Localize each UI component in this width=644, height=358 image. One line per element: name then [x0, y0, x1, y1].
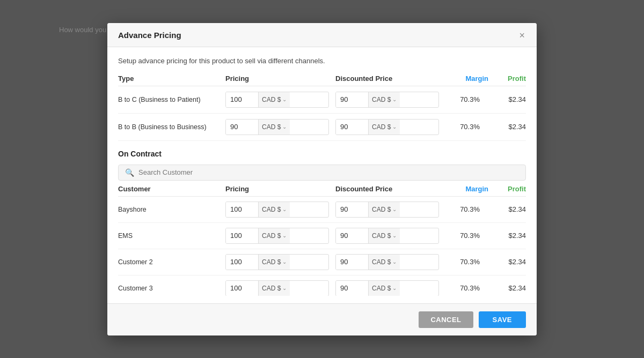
customer-currency-label: CAD $ [262, 258, 281, 266]
pricing-input[interactable] [226, 120, 258, 135]
col-pricing-c: Pricing [225, 185, 335, 193]
customer-discounted-currency-label: CAD $ [372, 206, 391, 213]
customer-pricing-input[interactable] [226, 255, 258, 270]
margin-value: 70.3% [445, 123, 488, 131]
modal-backdrop: Advance Pricing × Setup advance pricing … [107, 23, 537, 335]
customer-currency-label: CAD $ [262, 285, 281, 292]
currency-dropdown[interactable]: CAD $ ⌄ [258, 120, 290, 135]
col-discounted-c: Discounted Price [335, 185, 445, 193]
chevron-down-icon: ⌄ [282, 285, 287, 291]
col-type: Type [118, 74, 225, 83]
discounted-input[interactable] [336, 92, 368, 107]
chevron-down-icon: ⌄ [282, 259, 287, 265]
customer-pricing-input[interactable] [226, 202, 258, 217]
margin-value: 70.3% [445, 95, 488, 103]
modal-body: Setup advance pricing for this product t… [107, 47, 537, 296]
col-profit-c: Profit [488, 185, 526, 193]
save-button[interactable]: SAVE [479, 311, 526, 328]
customer-discounted-input-group: CAD $ ⌄ [335, 202, 439, 218]
chevron-down-icon: ⌄ [282, 96, 287, 102]
contract-table-header: Customer Pricing Discounted Price Margin… [118, 181, 526, 197]
customer-discounted-input-group: CAD $ ⌄ [335, 254, 439, 270]
customer-profit-value: $2.34 [488, 232, 526, 240]
close-button[interactable]: × [518, 31, 526, 40]
customer-pricing-input-group: CAD $ ⌄ [225, 228, 329, 244]
customer-currency-dropdown[interactable]: CAD $ ⌄ [258, 281, 290, 296]
customer-currency-dropdown[interactable]: CAD $ ⌄ [258, 255, 290, 270]
customer-discounted-input[interactable] [336, 281, 368, 296]
col-margin-c: Margin [445, 185, 488, 193]
customer-name: Customer 3 [118, 285, 225, 292]
customer-pricing-input-group: CAD $ ⌄ [225, 280, 329, 296]
contract-scroll-container: Bayshore CAD $ ⌄ CAD $ ⌄ 70.3% $2.34 EMS [118, 197, 526, 296]
search-input[interactable] [138, 168, 519, 176]
on-contract-title: On Contract [118, 150, 526, 158]
customer-discounted-currency-dropdown[interactable]: CAD $ ⌄ [368, 228, 400, 243]
chevron-down-icon: ⌄ [392, 206, 397, 212]
pricing-row: B to B (Business to Business) CAD $ ⌄ CA… [118, 114, 526, 141]
customer-currency-dropdown[interactable]: CAD $ ⌄ [258, 228, 290, 243]
customer-name: Bayshore [118, 206, 225, 213]
pricing-row: B to C (Business to Patient) CAD $ ⌄ CAD… [118, 86, 526, 114]
modal-footer: CANCEL SAVE [107, 303, 537, 335]
cancel-button[interactable]: CANCEL [419, 311, 473, 328]
contract-row: EMS CAD $ ⌄ CAD $ ⌄ 70.3% $2.34 [118, 223, 526, 249]
customer-currency-dropdown[interactable]: CAD $ ⌄ [258, 202, 290, 217]
modal: Advance Pricing × Setup advance pricing … [107, 23, 537, 335]
contract-row: Bayshore CAD $ ⌄ CAD $ ⌄ 70.3% $2.34 [118, 197, 526, 223]
customer-discounted-input-group: CAD $ ⌄ [335, 280, 439, 296]
profit-value: $2.34 [488, 95, 526, 103]
customer-margin-value: 70.3% [445, 284, 488, 292]
col-margin: Margin [445, 74, 488, 83]
col-profit: Profit [488, 74, 526, 83]
col-customer: Customer [118, 185, 225, 193]
discounted-input[interactable] [336, 120, 368, 135]
customer-name: EMS [118, 232, 225, 240]
pricing-input[interactable] [226, 92, 258, 107]
modal-description: Setup advance pricing for this product t… [118, 57, 526, 65]
customer-pricing-input[interactable] [226, 281, 258, 296]
pricing-row-label: B to B (Business to Business) [118, 123, 225, 131]
customer-profit-value: $2.34 [488, 284, 526, 292]
pricing-row-label: B to C (Business to Patient) [118, 96, 225, 103]
contract-rows: Bayshore CAD $ ⌄ CAD $ ⌄ 70.3% $2.34 EMS [118, 197, 526, 296]
customer-pricing-input-group: CAD $ ⌄ [225, 254, 329, 270]
discounted-currency-dropdown[interactable]: CAD $ ⌄ [368, 120, 400, 135]
modal-title: Advance Pricing [118, 31, 181, 40]
profit-value: $2.34 [488, 123, 526, 131]
customer-pricing-input[interactable] [226, 228, 258, 243]
customer-margin-value: 70.3% [445, 258, 488, 266]
pricing-rows: B to C (Business to Patient) CAD $ ⌄ CAD… [118, 86, 526, 141]
pricing-table-header: Type Pricing Discounted Price Margin Pro… [118, 74, 526, 86]
customer-discounted-currency-dropdown[interactable]: CAD $ ⌄ [368, 255, 400, 270]
customer-profit-value: $2.34 [488, 205, 526, 213]
col-discounted: Discounted Price [335, 74, 445, 83]
customer-discounted-input-group: CAD $ ⌄ [335, 228, 439, 244]
customer-discounted-currency-dropdown[interactable]: CAD $ ⌄ [368, 202, 400, 217]
chevron-down-icon: ⌄ [392, 285, 397, 291]
search-bar: 🔍 [118, 165, 526, 181]
customer-pricing-input-group: CAD $ ⌄ [225, 202, 329, 218]
customer-currency-label: CAD $ [262, 232, 281, 240]
customer-discounted-input[interactable] [336, 228, 368, 243]
pricing-input-group: CAD $ ⌄ [225, 119, 329, 135]
chevron-down-icon: ⌄ [392, 124, 397, 130]
customer-discounted-input[interactable] [336, 202, 368, 217]
customer-discounted-currency-dropdown[interactable]: CAD $ ⌄ [368, 281, 400, 296]
currency-dropdown[interactable]: CAD $ ⌄ [258, 92, 290, 107]
currency-label: CAD $ [262, 96, 281, 103]
discounted-currency-dropdown[interactable]: CAD $ ⌄ [368, 92, 400, 107]
customer-currency-label: CAD $ [262, 206, 281, 213]
currency-label: CAD $ [262, 123, 281, 131]
chevron-down-icon: ⌄ [282, 206, 287, 212]
customer-discounted-input[interactable] [336, 255, 368, 270]
contract-row: Customer 2 CAD $ ⌄ CAD $ ⌄ 70.3% $2.34 [118, 249, 526, 275]
discounted-currency-label: CAD $ [372, 96, 391, 103]
customer-discounted-currency-label: CAD $ [372, 232, 391, 240]
customer-discounted-currency-label: CAD $ [372, 258, 391, 266]
discounted-input-group: CAD $ ⌄ [335, 92, 439, 108]
chevron-down-icon: ⌄ [282, 233, 287, 238]
chevron-down-icon: ⌄ [392, 233, 397, 238]
contract-row: Customer 3 CAD $ ⌄ CAD $ ⌄ 70.3% $2.34 [118, 275, 526, 296]
customer-profit-value: $2.34 [488, 258, 526, 266]
